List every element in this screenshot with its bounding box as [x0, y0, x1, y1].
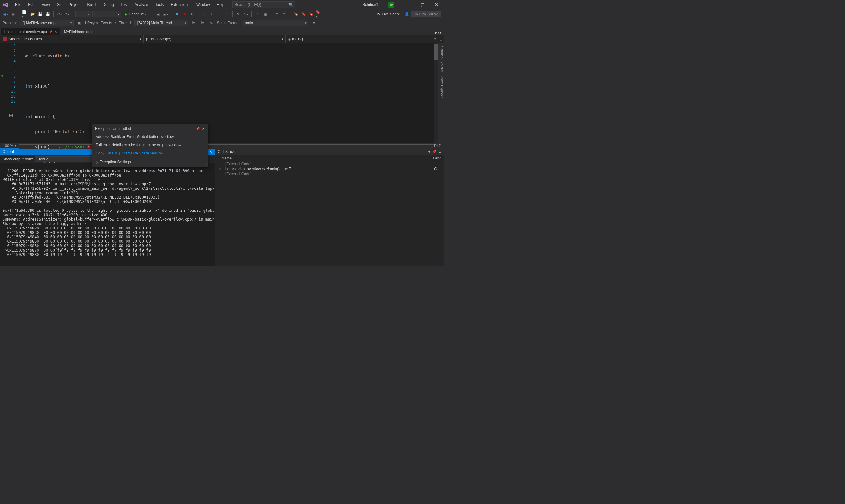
restart-icon[interactable]: ↻	[189, 11, 195, 17]
exception-settings-toggle[interactable]: ▷ Exception Settings	[92, 159, 208, 167]
step-over-icon[interactable]: ↓	[208, 11, 214, 17]
threads-icon[interactable]: ∞	[208, 20, 214, 26]
search-icon: 🔍	[288, 2, 293, 7]
menu-project[interactable]: Project	[65, 1, 83, 8]
collapse-icon[interactable]: −	[10, 114, 13, 117]
flag2-icon[interactable]: ⚑	[200, 20, 206, 26]
menu-tools[interactable]: Tools	[152, 1, 167, 8]
minimize-button[interactable]: ─	[403, 1, 413, 9]
bookmark-clear-icon[interactable]: 🔖▾	[315, 11, 322, 17]
overflow-icon[interactable]: ▾	[311, 20, 317, 26]
platform-dropdown[interactable]	[92, 11, 121, 17]
menu-debug[interactable]: Debug	[99, 1, 117, 8]
stop-icon[interactable]: ■	[182, 11, 188, 17]
bookmark-next-icon[interactable]: 🔖	[308, 11, 314, 17]
bookmark-icon[interactable]: 🔖	[293, 11, 299, 17]
solution-explorer-tab[interactable]: Solution Explorer	[438, 46, 444, 72]
tab-myfilename[interactable]: MyFileName.dmp	[61, 29, 97, 35]
menu-analyze[interactable]: Analyze	[132, 1, 152, 8]
config-dropdown[interactable]	[75, 11, 91, 17]
close-button[interactable]: ✕	[432, 1, 442, 9]
document-tabs: basic-global-overflow.cpp 📌 ✕ MyFileName…	[0, 27, 444, 35]
flag-icon[interactable]: ⚑	[191, 20, 197, 26]
undo-icon[interactable]: ↶▾	[56, 11, 63, 17]
menu-window[interactable]: Window	[193, 1, 213, 8]
nav-fwd-icon[interactable]: ◉	[10, 11, 16, 17]
nav-scope-dropdown[interactable]: (Global Scope)	[143, 35, 286, 42]
tab-settings-icon[interactable]: ⚙	[438, 31, 442, 35]
exception-popup: Exception Unhandled 📌 ✕ Address Sanitize…	[91, 124, 208, 167]
tool-icon-3[interactable]: ↖	[235, 11, 241, 17]
redo-icon[interactable]: ↷▾	[64, 11, 70, 17]
tool-icon-2[interactable]: ▣▾	[162, 11, 169, 17]
feedback-icon[interactable]: 👤	[404, 11, 410, 17]
int-preview-badge: INT PREVIEW	[412, 11, 442, 17]
nav-project-dropdown[interactable]: Miscellaneous Files	[0, 35, 143, 42]
tool-icon-6[interactable]: ▦	[262, 11, 268, 17]
zoom-dropdown-icon[interactable]: ▾	[15, 144, 16, 147]
zoom-level[interactable]: 100 %	[3, 144, 13, 147]
search-input[interactable]: Search (Ctrl+Q) 🔍	[232, 1, 295, 8]
resize-grip-icon[interactable]: ⣿	[205, 163, 207, 166]
pause-icon[interactable]: ⏸	[174, 11, 180, 17]
tool-icon-1[interactable]: ▣	[155, 11, 161, 17]
save-icon[interactable]: 💾	[37, 11, 43, 17]
menu-file[interactable]: File	[12, 1, 24, 8]
expand-icon: ▷	[96, 160, 99, 164]
close-tab-icon[interactable]: ✕	[54, 30, 57, 34]
nav-split-icon[interactable]: ⊞	[438, 35, 444, 42]
tab-dropdown-icon[interactable]: ▾	[435, 31, 437, 35]
open-icon[interactable]: 📂	[29, 11, 36, 17]
menu-edit[interactable]: Edit	[25, 1, 38, 8]
menu-build[interactable]: Build	[84, 1, 99, 8]
start-live-share-link[interactable]: Start Live Share session...	[122, 151, 166, 156]
scroll-map[interactable]	[434, 43, 438, 143]
debug-location-toolbar: Process: [] MyFileName.dmp ▣ Lifecycle E…	[0, 19, 444, 27]
pin-icon[interactable]: 📌	[49, 30, 52, 33]
menu-help[interactable]: Help	[213, 1, 228, 8]
tab-basic-global-overflow[interactable]: basic-global-overflow.cpp 📌 ✕	[1, 28, 60, 35]
maximize-button[interactable]: ▢	[418, 1, 427, 9]
indent-icon[interactable]: ≡	[274, 11, 280, 17]
save-all-icon[interactable]: 💾	[45, 11, 51, 17]
thread-label: Thread:	[119, 21, 132, 25]
thread-dropdown[interactable]: [74992] Main Thread	[134, 20, 188, 26]
project-icon	[2, 37, 7, 41]
stackframe-dropdown[interactable]: main	[242, 20, 308, 26]
user-avatar[interactable]: JR	[389, 2, 394, 7]
continue-button[interactable]: ▶ Continue ▾	[122, 11, 149, 17]
step-icon[interactable]: ↑	[223, 11, 230, 17]
step-into-icon[interactable]: →	[201, 11, 207, 17]
menu-git[interactable]: Git	[54, 1, 65, 8]
solution-name: Solution1	[359, 2, 382, 7]
step-out-icon[interactable]: ↑	[216, 11, 222, 17]
code-editor[interactable]: ➜ 1234 5678 9101112 #include <stdio.h> i…	[0, 43, 438, 143]
menu-test[interactable]: Test	[118, 1, 131, 8]
close-icon[interactable]: ✕	[202, 127, 205, 131]
menu-extensions[interactable]: Extensions	[168, 1, 192, 8]
process-dropdown[interactable]: [] MyFileName.dmp	[20, 20, 73, 26]
lifecycle-label: Lifecycle Events	[85, 21, 112, 25]
error-marker-icon[interactable]	[87, 145, 91, 149]
live-share-button[interactable]: ⇱ Live Share	[375, 11, 402, 17]
menu-bar: File Edit View Git Project Build Debug T…	[12, 1, 227, 8]
new-item-icon[interactable]: 📄▾	[22, 11, 28, 17]
search-placeholder: Search (Ctrl+Q)	[235, 2, 261, 7]
tool-icon-4[interactable]: ✎▾	[243, 11, 249, 17]
close-icon[interactable]: ✕	[438, 150, 442, 154]
tool-icon-5[interactable]: 🖱	[254, 11, 261, 17]
bookmark-prev-icon[interactable]: 🔖	[300, 11, 307, 17]
pin-icon[interactable]: 📌	[196, 127, 200, 131]
nav-member-dropdown[interactable]: ◈ main()	[286, 35, 438, 42]
current-line-arrow-icon: ➜	[1, 73, 4, 78]
nav-back-icon[interactable]: ◉▾	[2, 11, 9, 17]
team-explorer-tab[interactable]: Team Explorer	[438, 76, 444, 98]
menu-view[interactable]: View	[38, 1, 53, 8]
col-lang[interactable]: Lang	[433, 156, 442, 160]
title-bar: File Edit View Git Project Build Debug T…	[0, 0, 444, 10]
outdent-icon[interactable]: ≡	[281, 11, 288, 17]
lifecycle-icon[interactable]: ▣	[76, 20, 82, 26]
copy-details-link[interactable]: Copy Details	[96, 151, 117, 156]
process-label: Process:	[2, 21, 17, 25]
code-content[interactable]: #include <stdio.h> int x[100]; −int main…	[19, 43, 434, 143]
